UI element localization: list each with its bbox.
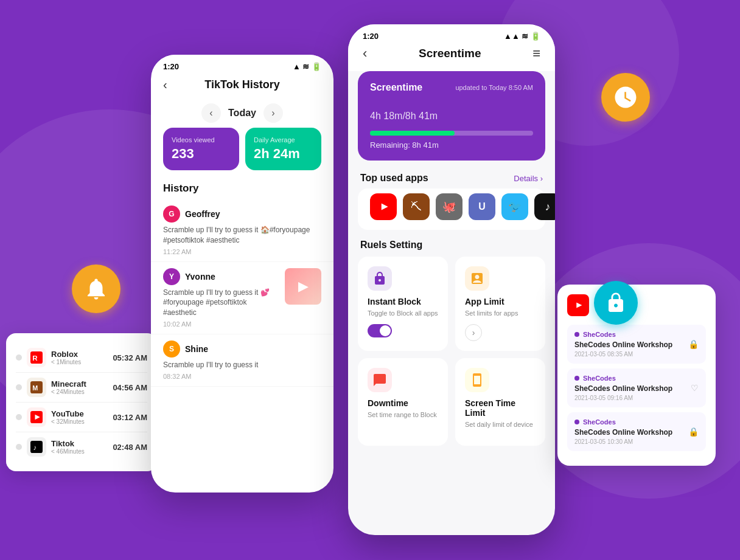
yt-action-lock-0[interactable]: 🔒 <box>688 339 699 349</box>
minecraft-info: Minecraft < 24Minutes <box>51 379 113 395</box>
app-icon-youtube[interactable] <box>370 193 397 220</box>
phone1-back-btn[interactable]: ‹ <box>163 78 167 92</box>
downtime-name: Downtime <box>368 398 438 408</box>
history-time-0: 11:22 AM <box>163 248 321 255</box>
stat-avg-value: 2h 24m <box>254 146 313 162</box>
minecraft-icon: M <box>27 378 46 397</box>
svg-marker-9 <box>576 302 582 308</box>
sc-top: Screentime updated to Today 8:50 AM <box>370 82 533 93</box>
roblox-info: Roblox < 1Minutes <box>51 350 113 365</box>
youtube-card: Youtube SheCodes SheCodes Online Worksho… <box>557 285 716 466</box>
history-item-2: S Shine Scramble up I'll try to guess it… <box>151 334 333 387</box>
brand-name-1: SheCodes <box>583 375 616 382</box>
bell-badge <box>72 264 120 313</box>
stats-dot <box>16 384 22 390</box>
history-label: History <box>151 178 333 199</box>
svg-marker-8 <box>382 204 388 210</box>
rules-grid: Instant Block Toggle to Block all apps A… <box>348 257 555 446</box>
app-icon-5[interactable]: 🐦 <box>501 193 528 220</box>
minecraft-time: 04:56 AM <box>113 383 147 392</box>
instant-block-icon <box>368 266 392 291</box>
sc-remaining: Remaining: 8h 41m <box>370 140 533 150</box>
yt-title-1: SheCodes Online Workshop <box>574 384 691 393</box>
username-geoffrey: Geoffrey <box>185 209 220 219</box>
history-user-1: Y Yvonne <box>163 268 280 285</box>
username-shine: Shine <box>185 344 208 354</box>
instant-block-toggle[interactable] <box>368 324 392 337</box>
youtube-sub: < 32Minutes <box>51 418 113 425</box>
phone1-status-bar: 1:20 ▲ ≋ 🔋 <box>151 55 333 74</box>
sc-time: 4h 18m/8h 41m <box>370 99 533 125</box>
top-apps-details[interactable]: Details › <box>514 174 543 183</box>
app-icon-minecraft[interactable]: ⛏ <box>403 193 430 220</box>
history-time-1: 10:02 AM <box>163 320 321 328</box>
stats-dot <box>16 444 22 450</box>
screentime-card: Screentime updated to Today 8:50 AM 4h 1… <box>358 71 545 161</box>
rule-card-instant-block: Instant Block Toggle to Block all apps <box>358 257 448 351</box>
app-icon-3[interactable]: 🐙 <box>436 193 462 220</box>
tiktok-icon: ♪ <box>27 437 46 457</box>
stat-box-average: Daily Average 2h 24m <box>245 128 321 170</box>
sc-time-main: 4h 18m <box>370 111 402 121</box>
history-item-1: ▶ Y Yvonne Scramble up I'll try to guess… <box>151 262 333 334</box>
yt-title-0: SheCodes Online Workshop <box>574 340 688 349</box>
brand-name-2: SheCodes <box>583 418 616 426</box>
app-limit-arrow[interactable]: › <box>465 324 482 341</box>
app-icon-tiktok[interactable]: ♪ <box>534 193 555 220</box>
svg-text:M: M <box>32 384 38 392</box>
sc-progress-fill <box>370 131 455 136</box>
lock-badge <box>594 281 638 325</box>
phone1-stats: Videos viewed 233 Daily Average 2h 24m <box>151 128 333 178</box>
yt-item-2-top: SheCodes SheCodes Online Workshop 2021-0… <box>574 418 699 445</box>
app-icons-row: ⛏ 🐙 U 🐦 ♪ 🌿 <box>358 188 545 230</box>
phone1-nav: ‹ Today › <box>151 99 333 128</box>
yt-brand-row-2: SheCodes <box>574 418 688 426</box>
yt-item-0: SheCodes SheCodes Online Workshop 2021-0… <box>567 325 706 364</box>
sc-time-total: /8h 41m <box>402 111 438 121</box>
sc-updated: updated to Today 8:50 AM <box>455 84 533 91</box>
phone2-menu-btn[interactable]: ≡ <box>532 46 540 61</box>
phone1-date: Today <box>228 108 256 119</box>
yt-date-0: 2021-03-05 08:35 AM <box>574 351 688 358</box>
roblox-icon: R <box>27 348 46 367</box>
yt-item-2-content: SheCodes SheCodes Online Workshop 2021-0… <box>574 418 688 445</box>
avatar-shine: S <box>163 340 180 358</box>
stat-videos-label: Videos viewed <box>172 136 231 143</box>
phone1-next-btn[interactable]: › <box>264 103 283 123</box>
instant-block-name: Instant Block <box>368 297 438 306</box>
avatar-yvonne: Y <box>163 268 180 285</box>
top-apps-header: Top used apps Details › <box>348 168 555 188</box>
brand-dot-0 <box>574 332 579 337</box>
stat-videos-value: 233 <box>172 146 231 162</box>
history-user-2: S Shine <box>163 340 321 358</box>
yt-brand-row-0: SheCodes <box>574 331 688 338</box>
phone2-back-btn[interactable]: ‹ <box>363 46 367 61</box>
tiktok-info: Tiktok < 46Minutes <box>51 439 113 455</box>
minecraft-sub: < 24Minutes <box>51 389 113 395</box>
yt-brand-row-1: SheCodes <box>574 375 691 382</box>
minecraft-name: Minecraft <box>51 379 113 389</box>
yt-logo <box>567 294 589 316</box>
yt-item-0-top: SheCodes SheCodes Online Workshop 2021-0… <box>574 331 699 358</box>
yt-action-lock-2[interactable]: 🔒 <box>688 427 699 437</box>
roblox-time: 05:32 AM <box>113 353 147 362</box>
yt-item-0-content: SheCodes SheCodes Online Workshop 2021-0… <box>574 331 688 358</box>
phone2-icons: ▲▲ ≋ 🔋 <box>504 32 540 41</box>
phone1-time: 1:20 <box>163 62 179 71</box>
yt-action-heart-1[interactable]: ♡ <box>691 383 699 393</box>
app-icon-4[interactable]: U <box>469 193 495 220</box>
phone1-prev-btn[interactable]: ‹ <box>201 103 221 123</box>
yt-item-1: SheCodes SheCodes Online Workshop 2021-0… <box>567 368 706 407</box>
phone2-status-bar: 1:20 ▲▲ ≋ 🔋 <box>348 24 555 41</box>
rule-card-app-limit: App Limit Set limits for apps › <box>455 257 545 351</box>
youtube-icon-small <box>27 407 46 427</box>
phone1-tiktok: 1:20 ▲ ≋ 🔋 ‹ TikTok History ‹ Today › Vi… <box>151 55 333 493</box>
yt-item-2: SheCodes SheCodes Online Workshop 2021-0… <box>567 412 706 451</box>
history-item-1-inner: ▶ Y Yvonne Scramble up I'll try to guess… <box>163 268 321 328</box>
roblox-sub: < 1Minutes <box>51 359 113 365</box>
brand-name-0: SheCodes <box>583 331 616 338</box>
stats-dot <box>16 414 22 420</box>
downtime-icon <box>368 368 392 392</box>
history-time-2: 08:32 AM <box>163 373 321 380</box>
history-item-0: G Geoffrey Scramble up I'll try to guess… <box>151 199 333 262</box>
